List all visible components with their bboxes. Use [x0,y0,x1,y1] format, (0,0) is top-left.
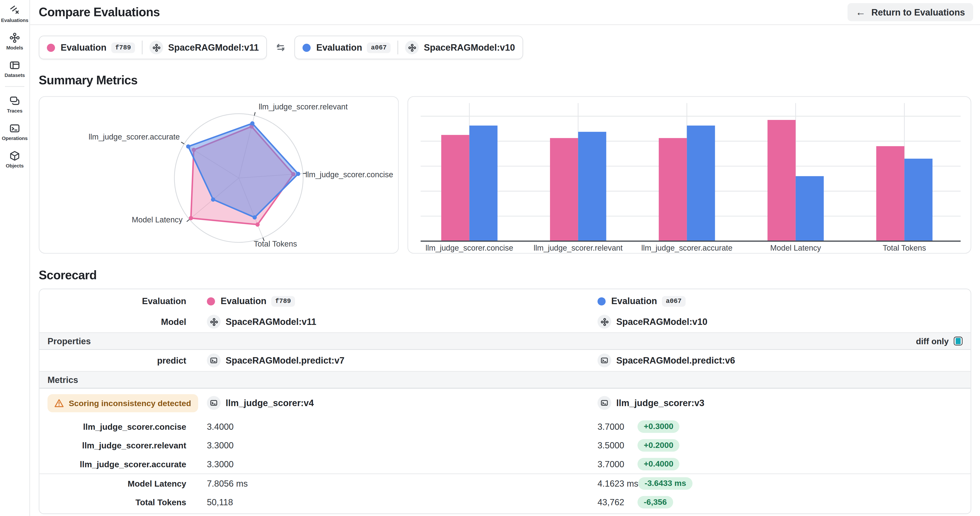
sidebar-label: Objects [6,163,24,169]
baseline-metric-value: 3.3000 [207,440,247,450]
pill-divider [397,41,398,54]
baseline-metric-value-cell: 3.3000 [199,440,589,450]
sidebar-item-objects[interactable]: Objects [0,146,29,173]
candidate-metric-value-cell: 43,762-6,356 [589,496,970,508]
evaluation-hash-badge: a067 [367,42,390,52]
op-icon [598,354,611,367]
sidebar-label: Models [6,45,23,51]
sidebar-item-datasets[interactable]: Datasets [0,55,29,83]
svg-text:Model Latency: Model Latency [132,215,183,224]
metric-label: llm_judge_scorer.relevant [40,441,199,450]
operations-icon [10,123,20,133]
summary-metrics-heading: Summary Metrics [39,72,980,88]
svg-text:llm_judge_scorer.relevant: llm_judge_scorer.relevant [534,243,623,252]
metrics-section-header: Metrics [40,371,970,389]
sidebar: Evaluations Models Datasets [0,0,30,516]
diff-only-control: diff only [916,337,963,346]
evaluations-icon [10,5,20,16]
scorecard-row-scorer: Scoring inconsistency detected llm_judge… [40,389,970,417]
row-label: Model [40,317,199,327]
candidate-metric-value: 3.5000 [598,440,638,450]
swap-evaluations-icon[interactable] [275,42,286,53]
evaluation-hash-badge: f789 [111,42,135,52]
sidebar-label: Datasets [5,72,25,78]
evaluation-name: Evaluation [316,43,362,52]
candidate-scorer-cell[interactable]: llm_judge_scorer:v3 [589,396,970,410]
metric-label: Model Latency [40,479,199,488]
diff-only-label: diff only [916,337,949,346]
scoring-inconsistency-chip: Scoring inconsistency detected [48,394,198,412]
candidate-color-dot [302,43,311,52]
back-arrow-icon: ← [856,7,866,17]
scorecard-metric-row: llm_judge_scorer.accurate3.30003.7000+0.… [40,455,970,473]
comparison-pills-row: Evaluation f789 SpaceRAGModel:v11 [39,36,980,59]
metric-rows-container: llm_judge_scorer.concise3.40003.7000+0.3… [40,418,970,512]
properties-section-header: Properties diff only [40,332,970,350]
scorecard-metric-row: Total Tokens50,11843,762-6,356 [40,493,970,511]
page-title: Compare Evaluations [39,5,160,19]
candidate-evaluation-cell[interactable]: Evaluation a067 [589,296,970,306]
sidebar-label: Evaluations [1,17,29,23]
op-name: llm_judge_scorer:v3 [616,398,705,408]
evaluation-pill-baseline[interactable]: Evaluation f789 SpaceRAGModel:v11 [39,36,267,59]
metric-label: Total Tokens [40,498,199,507]
svg-text:llm_judge_scorer.concise: llm_judge_scorer.concise [305,170,393,179]
model-icon [150,41,163,54]
main-area: Compare Evaluations ← Return to Evaluati… [30,0,980,514]
baseline-metric-value: 7.8056 ms [207,478,248,489]
sidebar-label: Operations [2,135,28,141]
bar-chart: llm_judge_scorer.concisellm_judge_scorer… [409,97,971,253]
evaluation-hash-badge: f789 [272,296,295,306]
scorecard-metric-row: llm_judge_scorer.concise3.40003.7000+0.3… [40,418,970,436]
scorecard-row-model: Model SpaceRAGModel:v11 [40,311,970,332]
row-label: Evaluation [40,296,199,306]
sidebar-item-traces[interactable]: Traces [0,90,29,118]
diff-only-checkbox[interactable] [954,337,963,345]
op-name: SpaceRAGModel.predict:v6 [616,356,735,365]
model-name: SpaceRAGModel:v10 [424,43,515,52]
models-icon [10,32,20,43]
model-icon [207,315,221,329]
candidate-metric-value: 3.7000 [598,459,638,469]
svg-text:llm_judge_scorer.concise: llm_judge_scorer.concise [426,243,514,252]
baseline-predict-cell[interactable]: SpaceRAGModel.predict:v7 [199,354,589,367]
op-icon [207,396,221,410]
sidebar-item-operations[interactable]: Operations [0,118,29,146]
candidate-metric-value: 4.1623 ms [598,478,638,489]
metric-delta-badge: +0.4000 [638,458,679,470]
return-to-evaluations-button[interactable]: ← Return to Evaluations [848,3,973,21]
checkbox-check [956,338,961,344]
radar-chart: llm_judge_scorer.relevantllm_judge_score… [40,97,399,253]
svg-text:Total Tokens: Total Tokens [254,239,297,248]
model-name: SpaceRAGModel:v11 [168,43,259,52]
return-button-label: Return to Evaluations [871,7,965,17]
page-header: Compare Evaluations ← Return to Evaluati… [30,0,980,25]
section-label: Properties [48,336,91,346]
baseline-metric-value: 3.3000 [207,459,247,469]
scoring-warning-cell: Scoring inconsistency detected [40,394,199,412]
svg-text:llm_judge_scorer.accurate: llm_judge_scorer.accurate [641,243,733,252]
baseline-metric-value: 50,118 [207,497,247,507]
candidate-metric-value-cell: 4.1623 ms-3.6433 ms [589,477,970,490]
baseline-model-cell[interactable]: SpaceRAGModel:v11 [199,315,589,329]
row-label: predict [40,356,199,365]
baseline-scorer-cell[interactable]: llm_judge_scorer:v4 [199,396,589,410]
evaluation-name: Evaluation [611,296,657,306]
bar-chart-card: llm_judge_scorer.concisellm_judge_scorer… [408,96,971,254]
baseline-metric-value-cell: 50,118 [199,497,589,507]
scorecard-row-predict: predict SpaceRAGModel.predict:v7 [40,350,970,371]
baseline-evaluation-cell[interactable]: Evaluation f789 [199,296,589,306]
evaluation-hash-badge: a067 [662,296,685,306]
candidate-model-cell[interactable]: SpaceRAGModel:v10 [589,315,970,329]
evaluation-pill-candidate[interactable]: Evaluation a067 SpaceRAGModel:v10 [294,36,523,59]
sidebar-label: Traces [7,108,22,114]
model-icon [405,41,419,54]
objects-icon [10,151,20,161]
model-name: SpaceRAGModel:v11 [226,317,316,327]
evaluation-name: Evaluation [61,43,107,52]
op-icon [207,354,221,367]
sidebar-item-evaluations[interactable]: Evaluations [0,0,29,27]
sidebar-item-models[interactable]: Models [0,27,29,55]
candidate-predict-cell[interactable]: SpaceRAGModel.predict:v6 [589,354,970,367]
section-label: Metrics [48,375,78,385]
